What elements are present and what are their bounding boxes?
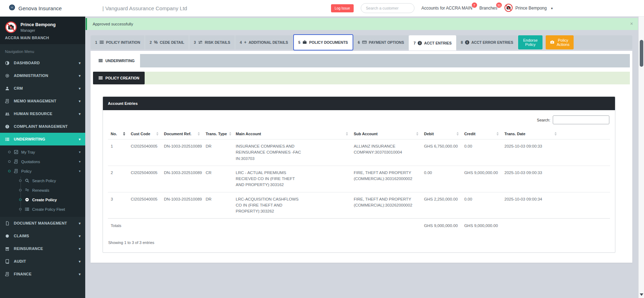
- scrollbar-down-arrow[interactable]: [640, 293, 643, 297]
- sliders-icon: [198, 40, 203, 45]
- tab-underwriting-section[interactable]: UNDERWRITING: [93, 54, 140, 67]
- sidebar-item-memo-management[interactable]: MEMO MANAGEMENT▾: [0, 95, 85, 107]
- totals-debit: GHS 9,000,000.00: [421, 219, 462, 233]
- info-icon: i: [465, 40, 469, 44]
- tab-policy-initiation[interactable]: 1 POLICY INITIATION: [91, 35, 145, 49]
- table-row: 2 CI2025040005 DN-1003-202510089 CR LRC …: [108, 166, 610, 192]
- sort-icon: [196, 132, 200, 136]
- underwriting-submenu: My Tray▾ Quotations▾ Policy▾ Sear: [0, 145, 85, 217]
- bullet-icon: [19, 208, 22, 210]
- totals-row: Totals GHS 9,000,000.00 GHS 9,000,000.00: [108, 219, 610, 233]
- sidebar-menu-bottom: DOCUMENT MANAGEMENT▾ CLAIMS▾ REINSURANCE…: [0, 217, 85, 280]
- col-header-sub-account[interactable]: Sub Account: [351, 129, 421, 139]
- sidebar-user-panel: Prince Bempong Manager ACCRA MAIN BRANCH: [0, 17, 85, 44]
- brand: Genova Insurance: [8, 4, 62, 12]
- sort-icon: [454, 132, 459, 136]
- sidebar-item-create-policy[interactable]: Create Policy: [0, 195, 85, 204]
- branches-link[interactable]: Branches 31: [480, 6, 498, 11]
- col-header-debit[interactable]: Debit: [421, 129, 462, 139]
- alert-message: Approved successfully: [93, 22, 133, 26]
- col-header-credit[interactable]: Credit: [462, 129, 502, 139]
- col-header-document-ref[interactable]: Document Ref.: [161, 129, 203, 139]
- tab-acct-entries[interactable]: 7 i ACCT ENTRIES: [409, 35, 456, 50]
- sort-icon: [227, 132, 231, 136]
- sidebar-item-complaint-management[interactable]: COMPLAINT MANAGEMENT: [0, 120, 85, 133]
- col-header-cust-code[interactable]: Cust Code: [128, 129, 161, 139]
- tab-acct-error-entries[interactable]: 8 i ACCT ERROR ENTRIES: [456, 35, 518, 49]
- sort-icon: [344, 132, 348, 136]
- sidebar-item-administration[interactable]: ADMINISTRATION▾: [0, 69, 85, 82]
- sidebar-item-crm[interactable]: CRM▾: [0, 82, 85, 95]
- sidebar-item-document-management[interactable]: DOCUMENT MANAGEMENT▾: [0, 217, 85, 230]
- bullet-icon: [19, 198, 22, 201]
- col-header-trans-date[interactable]: Trans. Date: [501, 129, 559, 139]
- col-header-trans-type[interactable]: Trans. Type: [203, 129, 233, 139]
- policy-creation-tab[interactable]: POLICY CREATION: [93, 72, 145, 84]
- col-header-main-account[interactable]: Main Account: [233, 129, 351, 139]
- policy-actions-button[interactable]: Policy Actions: [546, 35, 574, 49]
- tab-payment-options[interactable]: 6 PAYMENT OPTIONS: [353, 35, 409, 49]
- col-header-no[interactable]: No.: [108, 129, 128, 139]
- user-icon: [5, 86, 10, 91]
- scrollbar-thumb[interactable]: [640, 40, 643, 67]
- endorse-policy-button[interactable]: Endorse Policy: [518, 35, 543, 49]
- bullet-icon: [8, 151, 11, 153]
- info-icon: i: [418, 41, 422, 45]
- sort-icon: [154, 132, 158, 136]
- list-icon: [24, 207, 29, 211]
- sidebar-item-reinsurance[interactable]: REINSURANCE▾: [0, 242, 85, 255]
- exclamation-icon: [5, 124, 10, 129]
- list-icon: [99, 40, 104, 45]
- tab-cede-detail[interactable]: 2 % CEDE DETAIL: [145, 35, 189, 49]
- sidebar-item-human-resource[interactable]: HUMAN RESOURCE▾: [0, 107, 85, 120]
- percent-icon: %: [154, 40, 158, 44]
- search-label: Search:: [537, 118, 550, 122]
- tab-additional-details[interactable]: 4 + ADDITIONAL DETAILS: [235, 35, 293, 49]
- branches-badge: 31: [496, 2, 502, 8]
- brand-name: Genova Insurance: [18, 5, 62, 11]
- tasks-icon: [13, 150, 18, 154]
- sidebar-item-policy[interactable]: Policy▾: [0, 166, 85, 176]
- sidebar-item-dashboard[interactable]: DASHBOARD▾: [0, 56, 85, 69]
- circle-chevron-icon: [24, 197, 29, 202]
- table-header-row: No. Cust Code Document Ref. Trans. Type …: [108, 129, 610, 139]
- top-bar: Genova Insurance | Vanguard Assurance Co…: [0, 0, 644, 17]
- table-search-input[interactable]: [553, 115, 609, 124]
- sidebar-user-name: Prince Bempong: [21, 22, 56, 27]
- vertical-scrollbar[interactable]: [638, 17, 644, 298]
- bullet-icon: [19, 179, 22, 182]
- scroll-icon: [13, 169, 18, 173]
- alert-close-button[interactable]: ×: [630, 21, 633, 26]
- search-icon: [24, 178, 29, 183]
- bullet-icon: [8, 170, 11, 172]
- users-icon: [5, 112, 10, 116]
- wizard-actions: Endorse Policy Policy Actions: [518, 35, 574, 49]
- briefcase-icon: [302, 40, 307, 45]
- table-search-row: Search:: [108, 115, 609, 124]
- accounts-link[interactable]: Accounts for ACCRA MAIN 7: [422, 6, 472, 11]
- sidebar-item-renewals[interactable]: Renewals: [0, 185, 85, 195]
- sidebar-item-my-tray[interactable]: My Tray▾: [0, 147, 85, 157]
- nav-menu-label: Navigation Menu: [0, 44, 85, 56]
- sidebar-menu: DASHBOARD▾ ADMINISTRATION▾ CRM▾ MEMO MAN…: [0, 56, 85, 145]
- tab-policy-documents[interactable]: 5 POLICY DOCUMENTS: [293, 34, 353, 50]
- user-menu[interactable]: Prince Bempong: [504, 4, 553, 13]
- sidebar-item-finance[interactable]: FINANCE▾: [0, 268, 85, 280]
- sidebar-item-search-policy[interactable]: Search Policy: [0, 176, 85, 185]
- bullet-icon: [19, 189, 22, 191]
- table-row: 1 CI2025040005 DN-1003-202510089 DR INSU…: [108, 139, 610, 166]
- sidebar-item-create-policy-fleet[interactable]: Create Policy Fleet: [0, 204, 85, 214]
- sort-icon: [414, 132, 418, 136]
- sidebar-item-quotations[interactable]: Quotations▾: [0, 157, 85, 166]
- sidebar-item-claims[interactable]: CLAIMS▾: [0, 230, 85, 242]
- avatar-no-photo-icon: [504, 4, 513, 13]
- log-issue-button[interactable]: Log Issue: [331, 4, 353, 12]
- bullet-icon: [8, 160, 11, 163]
- totals-credit: GHS 9,000,000.00: [462, 219, 502, 233]
- sidebar-item-underwriting[interactable]: UNDERWRITING▾: [0, 133, 85, 145]
- customer-search-input[interactable]: [361, 3, 414, 13]
- tab-risk-details[interactable]: 3 RISK DETAILS: [189, 35, 235, 49]
- sidebar-item-audit[interactable]: AUDIT▾: [0, 255, 85, 268]
- table-row: 3 CI2025040005 DN-1003-202510089 DR LRC-…: [108, 192, 610, 219]
- list-icon: [5, 137, 10, 142]
